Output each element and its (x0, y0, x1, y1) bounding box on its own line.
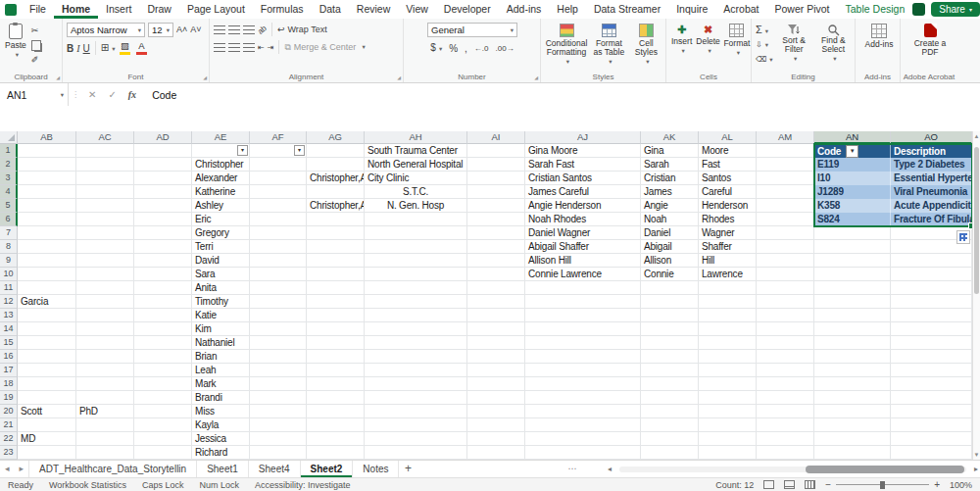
cell-AF18[interactable] (250, 377, 307, 391)
cell-AM2[interactable] (757, 158, 814, 172)
cell-AD19[interactable] (134, 391, 192, 405)
table-header-cell-AO1[interactable]: Description (891, 144, 972, 158)
cell-AE21[interactable]: Kayla (192, 418, 250, 432)
cell-AD14[interactable] (134, 322, 192, 336)
table-cell-AN6[interactable]: S824 (814, 213, 891, 226)
cell-AO14[interactable] (891, 322, 972, 336)
align-center-icon[interactable] (228, 43, 240, 52)
scroll-left-icon[interactable]: ◂ (608, 461, 612, 477)
cell-AH21[interactable] (365, 418, 467, 432)
cell-AK6[interactable]: Noah (641, 213, 699, 226)
cell-AO9[interactable] (891, 254, 972, 268)
cell-AO11[interactable] (891, 281, 972, 295)
row-header-7[interactable]: 7 (0, 226, 18, 240)
cell-AM5[interactable] (757, 199, 814, 213)
cell-AN19[interactable] (814, 391, 891, 405)
paste-button[interactable]: Paste ▾ (4, 23, 27, 67)
select-all-corner[interactable] (0, 131, 18, 144)
ribbon-tab-add-ins[interactable]: Add-ins (499, 0, 550, 19)
cell-AF5[interactable] (250, 199, 307, 213)
cell-AN16[interactable] (814, 350, 891, 364)
cell-AB22[interactable]: MD (18, 432, 76, 446)
cell-AJ18[interactable] (525, 377, 641, 391)
row-header-9[interactable]: 9 (0, 254, 18, 268)
horizontal-scrollbar[interactable]: ◂ ▸ (606, 461, 980, 477)
cell-AL15[interactable] (699, 336, 757, 350)
cell-AE19[interactable]: Brandi (192, 391, 250, 405)
ribbon-tab-acrobat[interactable]: Acrobat (715, 0, 766, 19)
table-header-cell-AN1[interactable]: Code▼ (814, 144, 891, 158)
cell-AF16[interactable] (250, 350, 307, 364)
cancel-entry-icon[interactable]: ✕ (82, 89, 102, 100)
cell-AO19[interactable] (891, 391, 972, 405)
cell-AH7[interactable] (365, 226, 467, 240)
autofilter-dropdown-icon[interactable]: ▾ (294, 145, 305, 156)
insert-cells-button[interactable]: ✚ Insert ▾ (670, 23, 693, 71)
orientation-icon[interactable]: ab (255, 22, 270, 37)
column-header-AL[interactable]: AL (699, 131, 757, 144)
conditional-formatting-button[interactable]: Conditional Formatting ▾ (545, 23, 588, 71)
percent-style-button[interactable]: % (449, 42, 458, 55)
cell-AK3[interactable]: Cristian (641, 172, 699, 185)
cell-AG6[interactable] (307, 213, 365, 226)
cell-AL11[interactable] (699, 281, 757, 295)
cell-AD23[interactable] (134, 446, 192, 460)
cell-AL4[interactable]: Careful (699, 185, 757, 199)
cell-AC23[interactable] (76, 446, 134, 460)
table-cell-AN5[interactable]: K358 (814, 199, 891, 213)
cell-AE2[interactable]: Christopher (192, 158, 250, 172)
cell-AC19[interactable] (76, 391, 134, 405)
cell-AG1[interactable] (307, 144, 365, 158)
cell-AM9[interactable] (757, 254, 814, 268)
cell-AL8[interactable]: Shaffer (699, 240, 757, 254)
cell-AJ15[interactable] (525, 336, 641, 350)
column-header-AB[interactable]: AB (18, 131, 76, 144)
cell-AG19[interactable] (307, 391, 365, 405)
cell-AG14[interactable] (307, 322, 365, 336)
cell-AH10[interactable] (365, 268, 467, 281)
cell-AK11[interactable] (641, 281, 699, 295)
cell-AJ5[interactable]: Angie Henderson (525, 199, 641, 213)
merge-center-button[interactable]: Merge & Center (294, 42, 357, 52)
cell-AB13[interactable] (18, 309, 76, 322)
cell-AB15[interactable] (18, 336, 76, 350)
ribbon-tab-power-pivot[interactable]: Power Pivot (767, 0, 838, 19)
column-header-AO[interactable]: AO (891, 131, 972, 144)
cell-AD15[interactable] (134, 336, 192, 350)
cell-AJ9[interactable]: Allison Hill (525, 254, 641, 268)
create-pdf-button[interactable]: Create a PDF (905, 23, 956, 58)
ribbon-tab-help[interactable]: Help (549, 0, 586, 19)
cell-AF23[interactable] (250, 446, 307, 460)
cell-AK12[interactable] (641, 295, 699, 309)
cell-AK15[interactable] (641, 336, 699, 350)
row-header-12[interactable]: 12 (0, 295, 18, 309)
cell-AC17[interactable] (76, 364, 134, 377)
cell-AC10[interactable] (76, 268, 134, 281)
font-name-select[interactable]: Aptos Narrow ▾ (67, 23, 145, 37)
cell-AL5[interactable]: Henderson (699, 199, 757, 213)
row-header-20[interactable]: 20 (0, 405, 18, 418)
cell-AD4[interactable] (134, 185, 192, 199)
cell-AM7[interactable] (757, 226, 814, 240)
cell-AG10[interactable] (307, 268, 365, 281)
cell-AN21[interactable] (814, 418, 891, 432)
cell-AB3[interactable] (18, 172, 76, 185)
wrap-text-button[interactable]: Wrap Text (287, 25, 326, 34)
table-cell-AO3[interactable]: Essential Hypertens (891, 172, 972, 185)
cell-AF22[interactable] (250, 432, 307, 446)
row-header-11[interactable]: 11 (0, 281, 18, 295)
dialog-launcher-icon[interactable]: ◢ (534, 74, 538, 80)
cell-AO21[interactable] (891, 418, 972, 432)
increase-decimal-button[interactable]: ←.0 (474, 42, 489, 55)
cell-AD20[interactable] (134, 405, 192, 418)
cell-AB19[interactable] (18, 391, 76, 405)
row-header-15[interactable]: 15 (0, 336, 18, 350)
scroll-right-icon[interactable]: ▸ (974, 461, 978, 477)
cell-AN8[interactable] (814, 240, 891, 254)
cell-AF8[interactable] (250, 240, 307, 254)
cell-AH8[interactable] (365, 240, 467, 254)
cell-AO15[interactable] (891, 336, 972, 350)
cell-AC8[interactable] (76, 240, 134, 254)
table-filter-button[interactable]: ▼ (846, 145, 858, 158)
cell-AL14[interactable] (699, 322, 757, 336)
